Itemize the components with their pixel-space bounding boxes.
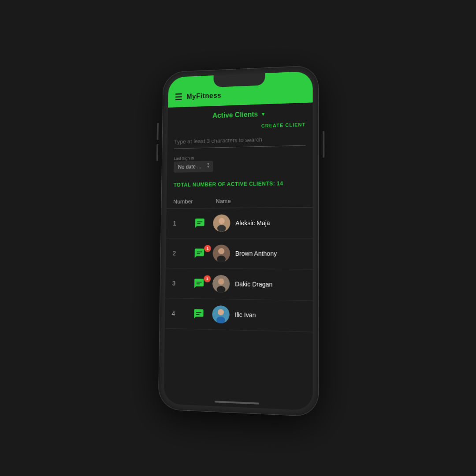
chevron-down-icon[interactable]: ▼: [260, 111, 266, 117]
client-name: Aleksic Maja: [235, 219, 270, 227]
create-client-button[interactable]: CREATE CLIENT: [261, 122, 306, 129]
svg-point-4: [218, 248, 224, 254]
filter-row: Last Sign In No date ... ▼: [167, 151, 313, 179]
filter-label: Last Sign In: [174, 156, 213, 161]
client-number: 2: [173, 250, 194, 257]
client-info: Dakic Dragan: [212, 275, 305, 294]
power-button: [323, 131, 324, 157]
last-signin-filter-wrapper: Last Sign In No date ... ▼: [174, 156, 213, 173]
chat-icon-wrapper: [193, 308, 212, 320]
search-container: [167, 131, 313, 154]
filter-value: No date ...: [178, 164, 201, 170]
total-clients-label: TOTAL NUMBER OF ACTIVE CLIENTS: 14: [167, 176, 312, 195]
client-number: 1: [173, 220, 194, 227]
client-info: Ilic Ivan: [212, 305, 305, 325]
phone-screen: ☰ MyFitness Active Clients ▼ CREATE CLIE…: [164, 71, 312, 410]
column-header-number: Number: [173, 198, 194, 205]
notification-badge: 1: [204, 245, 211, 252]
filter-dropdown[interactable]: No date ... ▼: [174, 161, 213, 173]
client-number: 4: [172, 310, 193, 317]
volume-down-button: [156, 144, 158, 161]
filter-chevron-icon: ▼: [206, 164, 210, 168]
chat-icon[interactable]: [193, 308, 205, 320]
client-list: 1 Aleksic Maja 2 1 Brow: [165, 208, 313, 332]
column-header-name: Name: [194, 197, 305, 205]
notification-badge: 1: [204, 275, 211, 282]
client-avatar: [212, 305, 230, 324]
chat-icon[interactable]: [194, 218, 205, 229]
volume-up-button: [157, 123, 159, 140]
phone-frame: ☰ MyFitness Active Clients ▼ CREATE CLIE…: [159, 66, 319, 416]
client-avatar: [213, 214, 231, 232]
chat-icon[interactable]: [194, 248, 205, 259]
chat-icon-wrapper: 1: [194, 248, 213, 259]
section-title[interactable]: Active Clients: [212, 111, 258, 120]
notch: [213, 73, 265, 87]
client-number: 3: [172, 280, 193, 287]
client-name: Brown Anthony: [235, 250, 277, 257]
app-title: MyFitness: [186, 92, 221, 100]
chat-icon[interactable]: [193, 278, 205, 289]
client-name: Ilic Ivan: [235, 311, 256, 319]
client-info: Brown Anthony: [212, 245, 305, 263]
client-avatar: [212, 275, 230, 293]
client-row[interactable]: 2 1 Brown Anthony: [166, 238, 313, 270]
client-name: Dakic Dragan: [235, 280, 272, 288]
hamburger-icon[interactable]: ☰: [175, 92, 182, 103]
client-info: Aleksic Maja: [213, 214, 305, 232]
client-row[interactable]: 4 Ilic Ivan: [165, 298, 313, 332]
table-header: Number Name: [167, 193, 313, 209]
chat-icon-wrapper: [194, 217, 213, 229]
client-row[interactable]: 1 Aleksic Maja: [166, 208, 313, 238]
main-content: Active Clients ▼ CREATE CLIENT Last Sign…: [164, 102, 313, 407]
client-row[interactable]: 3 1 Dakic Dragan: [165, 268, 313, 301]
client-avatar: [212, 245, 230, 262]
chat-icon-wrapper: 1: [193, 278, 212, 289]
